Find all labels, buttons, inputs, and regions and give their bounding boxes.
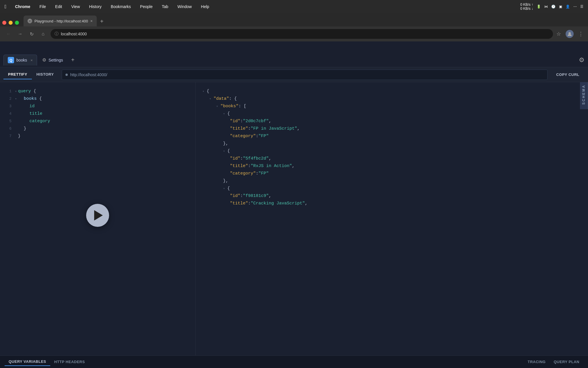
home-button[interactable]: ⌂ <box>39 30 47 38</box>
endpoint-url-text: http://localhost:4000/ <box>70 72 107 77</box>
code-line-7: 7 } <box>0 133 195 140</box>
code-line-1: 1 ▾ query { <box>0 88 195 95</box>
result-book2-id: "id" : "5f4fbc2d" , <box>196 155 588 163</box>
window-close[interactable] <box>2 21 6 25</box>
user-icon: 👤 <box>566 5 570 9</box>
code-line-2: 2 ▾ books { <box>0 95 195 103</box>
copy-curl-button[interactable]: COPY CURL <box>551 70 585 79</box>
chrome-tabbar: Playground - http://localhost:400 × + <box>0 13 588 26</box>
svg-point-3 <box>568 32 571 34</box>
result-book1-title: "title" : "FP in JavaScript" , <box>196 125 588 133</box>
forward-button[interactable]: → <box>16 30 24 38</box>
result-line-book2-open: ▾ { <box>196 148 588 155</box>
app-area: Q books × ⚙ Settings + ⚙ PRETTIFY HISTOR… <box>0 41 588 368</box>
tab-q-icon: Q <box>8 57 14 63</box>
bookmark-icon[interactable]: ☆ <box>556 31 561 37</box>
result-line-book2-close: }, <box>196 178 588 185</box>
app-toolbar: PRETTIFY HISTORY http://localhost:4000/ … <box>0 67 588 82</box>
battery-icon: 🔋 <box>537 5 541 9</box>
cast-icon: ▣ <box>559 5 562 9</box>
tab-title: Playground - http://localhost:400 <box>34 19 88 23</box>
sidebar-tabs: DOCS SCHEMA <box>580 82 588 219</box>
menu-tab[interactable]: Tab <box>160 4 170 9</box>
result-book3-id: "id" : "f98181c9" , <box>196 193 588 200</box>
security-icon: ⓘ <box>55 31 59 37</box>
result-book3-title: "title" : "Cracking JavaScript" , <box>196 200 588 208</box>
history-button[interactable]: HISTORY <box>32 70 59 79</box>
url-bar[interactable]: ⓘ localhost:4000 <box>51 29 553 39</box>
menu-help[interactable]: Help <box>199 4 211 9</box>
result-book1-id: "id" : "2d0c7cbf" , <box>196 118 588 125</box>
tab-books[interactable]: Q books × <box>3 55 37 66</box>
code-line-6: 6 } <box>0 125 195 133</box>
editor-area: 1 ▾ query { 2 ▾ books { 3 id <box>0 82 588 355</box>
apple-menu[interactable]:  <box>5 4 7 10</box>
query-plan-tab[interactable]: QUERY PLAN <box>550 358 583 366</box>
address-bar-actions: ☆ ⋮ <box>556 30 583 38</box>
tab-books-close[interactable]: × <box>30 58 33 62</box>
result-book1-category: "category" : "FP" <box>196 133 588 140</box>
menu-edit[interactable]: Edit <box>53 4 64 9</box>
prettify-button[interactable]: PRETTIFY <box>3 70 32 79</box>
tracing-tab[interactable]: TRACING <box>524 358 550 366</box>
menu-window[interactable]: Window <box>176 4 194 9</box>
tab-settings[interactable]: ⚙ Settings <box>38 55 67 66</box>
tab-close-button[interactable]: × <box>90 19 92 23</box>
back-button[interactable]: ← <box>5 30 13 38</box>
tab-books-label: books <box>16 58 27 62</box>
reload-button[interactable]: ↻ <box>28 30 36 38</box>
network-speed: 0 KB/s ↑0 KB/s ↓ <box>520 3 533 11</box>
result-line-data-open: ▾ "data" : { <box>196 95 588 103</box>
menubar-right: 0 KB/s ↑0 KB/s ↓ 🔋 ⋈ 🕐 ▣ 👤 ⋯ ☰ <box>520 3 583 11</box>
query-variables-tab[interactable]: QUERY VARIABLES <box>5 358 50 366</box>
bottom-bar: QUERY VARIABLES HTTP HEADERS TRACING QUE… <box>0 355 588 368</box>
result-line-book1-close: }, <box>196 140 588 148</box>
code-line-3: 3 id <box>0 103 195 110</box>
more-icon: ⋯ <box>573 5 577 9</box>
app-tabbar: Q books × ⚙ Settings + ⚙ <box>0 53 588 67</box>
menu-file[interactable]: File <box>38 4 48 9</box>
add-tab-button[interactable]: + <box>68 55 78 65</box>
menu-history[interactable]: History <box>87 4 103 9</box>
url-text: localhost:4000 <box>61 32 87 36</box>
bottom-right-tabs: TRACING QUERY PLAN <box>524 358 583 366</box>
menu-view[interactable]: View <box>69 4 82 9</box>
tab-favicon <box>28 19 32 23</box>
tab-settings-label: Settings <box>49 58 63 62</box>
result-line-books-open: ▾ "books" : [ <box>196 103 588 110</box>
chrome-menu-button[interactable]: ⋮ <box>578 31 583 37</box>
query-editor[interactable]: 1 ▾ query { 2 ▾ books { 3 id <box>0 82 195 355</box>
schema-tab[interactable]: SCHEMA <box>580 82 588 109</box>
window-minimize[interactable] <box>9 21 13 25</box>
profile-avatar[interactable] <box>566 30 574 38</box>
list-icon: ☰ <box>580 5 583 9</box>
result-book2-title: "title" : "RxJS in Action" , <box>196 163 588 170</box>
menu-people[interactable]: People <box>138 4 154 9</box>
result-line-root-open: ▾ { <box>196 88 588 95</box>
window-maximize[interactable] <box>15 21 19 25</box>
result-line-book1-open: ▾ { <box>196 110 588 118</box>
execute-query-button[interactable] <box>86 204 109 227</box>
menu-chrome[interactable]: Chrome <box>13 4 32 9</box>
chrome-addressbar: ← → ↻ ⌂ ⓘ localhost:4000 ☆ ⋮ <box>0 26 588 41</box>
code-line-4: 4 title <box>0 110 195 118</box>
menu-bookmarks[interactable]: Bookmarks <box>109 4 133 9</box>
wifi-icon: ⋈ <box>544 5 548 9</box>
endpoint-url-bar[interactable]: http://localhost:4000/ <box>62 70 548 80</box>
app-topstrip <box>0 41 588 53</box>
new-tab-button[interactable]: + <box>97 16 107 26</box>
http-headers-tab[interactable]: HTTP HEADERS <box>50 358 89 366</box>
result-book2-category: "category" : "FP" <box>196 170 588 178</box>
global-settings-button[interactable]: ⚙ <box>579 56 585 64</box>
settings-gear-icon: ⚙ <box>42 57 46 63</box>
macos-menubar:  Chrome File Edit View History Bookmark… <box>0 0 588 13</box>
result-line-book3-open: ▾ { <box>196 185 588 193</box>
result-panel: ▾ { ▾ "data" : { ▾ "books" : [ ▾ { " <box>195 82 588 355</box>
code-line-5: 5 category <box>0 118 195 125</box>
play-icon <box>94 210 103 221</box>
endpoint-status-dot <box>65 74 68 76</box>
clock: 🕐 <box>551 5 556 9</box>
browser-tab-playground[interactable]: Playground - http://localhost:400 × <box>24 16 97 26</box>
